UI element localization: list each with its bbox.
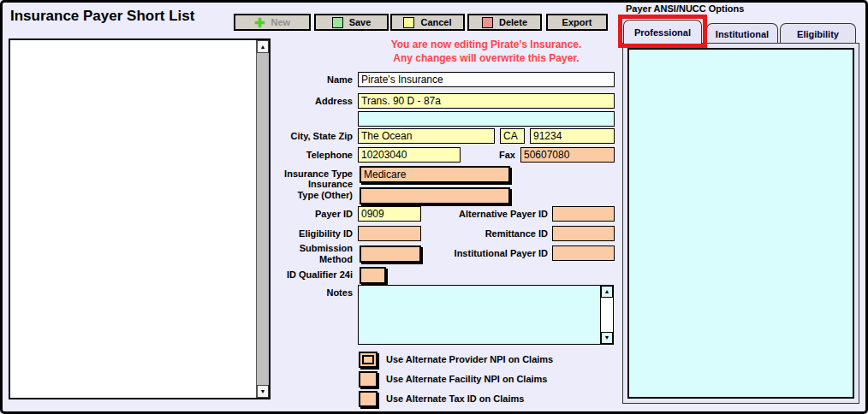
zip-input[interactable] <box>530 128 615 144</box>
tab-institutional[interactable]: Institutional <box>706 23 778 44</box>
telephone-input[interactable] <box>358 147 461 163</box>
tab-professional[interactable]: Professional <box>623 20 702 44</box>
new-button[interactable]: ✚ New <box>234 14 311 31</box>
use-alternate-facility-npi-label: Use Alternate Facility NPI on Claims <box>386 374 547 384</box>
cancel-swatch-icon <box>403 17 414 28</box>
remittance-id-label: Remittance ID <box>418 228 548 239</box>
delete-swatch-icon <box>482 17 493 28</box>
alternative-payer-id-label: Alternative Payer ID <box>418 209 548 219</box>
insurance-type-combo[interactable] <box>360 166 510 183</box>
fax-label: Fax <box>462 150 515 160</box>
page-title: Insurance Payer Short List <box>10 8 194 25</box>
delete-button-label: Delete <box>499 17 527 27</box>
notes-scroll-up-icon[interactable]: ▲ <box>601 286 613 298</box>
save-swatch-icon <box>332 17 343 28</box>
eligibility-id-input[interactable] <box>358 226 421 241</box>
edit-warning-line2: Any changes will overwrite this Payer. <box>349 52 623 64</box>
id-qualifier-24i-combo[interactable] <box>360 267 386 284</box>
notes-textarea[interactable] <box>359 286 600 344</box>
eligibility-id-label: Eligibility ID <box>257 228 353 239</box>
tab-institutional-label: Institutional <box>716 29 769 39</box>
use-alternate-provider-npi-checkbox[interactable] <box>359 352 378 368</box>
payer-list-scrollbar[interactable]: ▲ ▼ <box>256 40 269 398</box>
payer-short-list[interactable]: ▲ ▼ <box>9 38 271 399</box>
notes-area: ▲ ▼ <box>358 285 614 345</box>
institutional-payer-id-label: Institutional Payer ID <box>418 248 548 258</box>
plus-icon: ✚ <box>254 17 265 28</box>
address-label: Address <box>257 96 353 106</box>
insurance-type-other-label-line2: Type (Other) <box>257 190 353 200</box>
tab-eligibility-label: Eligibility <box>797 29 839 39</box>
state-input[interactable] <box>500 128 525 144</box>
tab-eligibility[interactable]: Eligibility <box>780 23 856 44</box>
payer-id-label: Payer ID <box>257 209 353 219</box>
payer-id-input[interactable] <box>358 206 421 222</box>
scroll-up-icon[interactable]: ▲ <box>257 40 269 53</box>
cancel-button-label: Cancel <box>420 17 451 27</box>
fax-input[interactable] <box>520 147 615 163</box>
edit-warning-line1: You are now editing Pirate's Insurance. <box>349 38 623 50</box>
cancel-button[interactable]: Cancel <box>390 14 465 31</box>
use-alternate-provider-npi-label: Use Alternate Provider NPI on Claims <box>386 354 553 364</box>
submission-method-label-line1: Submission <box>257 243 353 253</box>
use-alternate-tax-id-label: Use Alternate Tax ID on Claims <box>386 393 524 404</box>
address-input[interactable] <box>358 93 615 109</box>
export-button[interactable]: Export <box>546 14 608 31</box>
insurance-type-label: Insurance Type <box>257 169 353 179</box>
notes-label: Notes <box>257 287 353 298</box>
alternative-payer-id-input[interactable] <box>552 206 615 222</box>
name-label: Name <box>257 74 353 85</box>
new-button-label: New <box>271 17 290 27</box>
address2-input[interactable] <box>358 111 615 127</box>
export-button-label: Export <box>562 17 592 27</box>
submission-method-label-line2: Method <box>257 254 353 264</box>
insurance-type-other-combo[interactable] <box>360 187 510 204</box>
save-button[interactable]: Save <box>314 14 389 31</box>
notes-scroll-down-icon[interactable]: ▼ <box>601 332 613 344</box>
notes-scrollbar[interactable]: ▲ ▼ <box>600 286 613 344</box>
delete-button[interactable]: Delete <box>467 14 542 31</box>
use-alternate-tax-id-checkbox[interactable] <box>359 391 378 407</box>
save-button-label: Save <box>349 17 372 27</box>
submission-method-combo[interactable] <box>360 245 421 263</box>
ansi-tab-panel <box>622 43 859 404</box>
scroll-down-icon[interactable]: ▼ <box>257 385 269 398</box>
name-input[interactable] <box>358 72 615 87</box>
telephone-label: Telephone <box>257 150 353 160</box>
city-input[interactable] <box>358 128 495 144</box>
use-alternate-facility-npi-checkbox[interactable] <box>359 371 378 387</box>
professional-tab-content <box>627 48 854 399</box>
institutional-payer-id-input[interactable] <box>552 245 615 261</box>
ansi-options-title: Payer ANSI/NUCC Options <box>626 3 744 14</box>
insurance-type-other-label-line1: Insurance <box>257 179 353 189</box>
city-state-zip-label: City, State Zip <box>257 131 353 141</box>
tab-professional-label: Professional <box>634 27 691 38</box>
id-qualifier-24i-label: ID Qualifier 24i <box>257 269 353 280</box>
remittance-id-input[interactable] <box>552 226 615 241</box>
